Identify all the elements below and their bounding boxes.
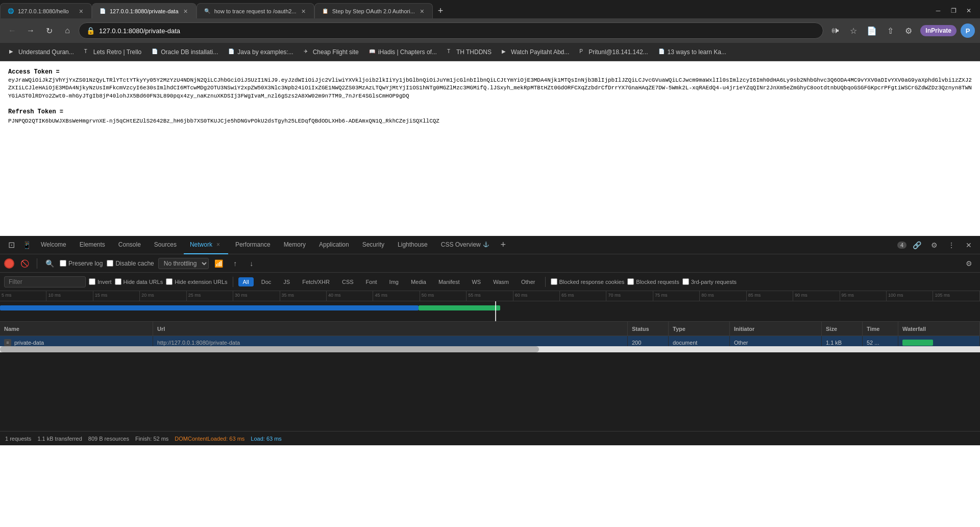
- tab-performance[interactable]: Performance: [229, 236, 277, 254]
- bookmark-understand-quran[interactable]: ▶ Understand Quran...: [5, 46, 78, 58]
- tab-welcome[interactable]: Welcome: [35, 236, 72, 254]
- tab-4-close[interactable]: ×: [418, 6, 426, 16]
- tab-2-close[interactable]: ×: [182, 6, 190, 16]
- th-size[interactable]: Size: [822, 322, 863, 336]
- invert-checkbox[interactable]: [89, 278, 95, 285]
- clear-button[interactable]: 🚫: [18, 257, 31, 270]
- throttle-select[interactable]: No throttling Slow 3G Fast 3G Offline: [158, 258, 209, 269]
- tab-memory[interactable]: Memory: [278, 236, 312, 254]
- invert-label[interactable]: Invert: [89, 278, 112, 285]
- bookmark-oracle[interactable]: 📄 Oracle DB installati...: [148, 46, 222, 58]
- third-party-label[interactable]: 3rd-party requests: [682, 278, 737, 285]
- share-button[interactable]: ⇧: [883, 23, 898, 38]
- th-url[interactable]: Url: [153, 322, 628, 336]
- filter-css[interactable]: CSS: [337, 277, 358, 286]
- hide-extension-urls-checkbox[interactable]: [166, 278, 173, 285]
- restore-button[interactable]: ❐: [946, 4, 961, 18]
- tab-console[interactable]: Console: [112, 236, 147, 254]
- preserve-log-label[interactable]: Preserve log: [60, 260, 103, 267]
- filter-all[interactable]: All: [238, 277, 254, 286]
- new-tab-button[interactable]: +: [433, 3, 448, 18]
- home-button[interactable]: ⌂: [60, 23, 75, 38]
- tab-network[interactable]: Network ×: [184, 236, 228, 254]
- devtools-device-button[interactable]: 📱: [19, 238, 34, 252]
- filter-img[interactable]: Img: [385, 277, 403, 286]
- third-party-checkbox[interactable]: [682, 278, 689, 285]
- record-button[interactable]: [4, 258, 14, 269]
- preserve-log-checkbox[interactable]: [60, 260, 66, 267]
- tab-security[interactable]: Security: [356, 236, 390, 254]
- filter-manifest[interactable]: Manifest: [434, 277, 464, 286]
- bookmark-thddns[interactable]: T TH THDDNS: [443, 46, 496, 58]
- hide-data-urls-checkbox[interactable]: [115, 278, 121, 285]
- devtools-more-button[interactable]: ⋮: [944, 238, 959, 252]
- filter-font[interactable]: Font: [361, 277, 382, 286]
- filter-button[interactable]: 🔍: [43, 257, 56, 270]
- bookmark-other-bookmarks[interactable]: 📄 13 ways to learn Ka...: [654, 46, 730, 58]
- bookmark-watch-payitaht[interactable]: ▶ Watch Payitaht Abd...: [498, 46, 573, 58]
- blocked-cookies-label[interactable]: Blocked response cookies: [551, 278, 625, 285]
- disable-cache-checkbox[interactable]: [107, 260, 113, 267]
- collections-button[interactable]: 📄: [864, 23, 879, 38]
- tab-network-close[interactable]: ×: [214, 240, 222, 249]
- tab-elements[interactable]: Elements: [74, 236, 111, 254]
- tab-lighthouse[interactable]: Lighthouse: [391, 236, 434, 254]
- wifi-icon[interactable]: 📶: [213, 257, 225, 270]
- th-type[interactable]: Type: [669, 322, 730, 336]
- filter-wasm[interactable]: Wasm: [488, 277, 513, 286]
- read-aloud-button[interactable]: 🕪: [827, 23, 843, 38]
- tab-css-overview[interactable]: CSS Overview ⚓: [435, 236, 495, 254]
- minimize-button[interactable]: ─: [931, 4, 945, 18]
- network-settings-button[interactable]: ⚙: [962, 256, 976, 271]
- export-har-button[interactable]: ↓: [246, 257, 258, 270]
- th-waterfall[interactable]: Waterfall: [898, 322, 980, 336]
- th-name[interactable]: Name: [0, 322, 153, 336]
- bookmark-cheap-flight[interactable]: ✈ Cheap Flight site: [300, 46, 363, 58]
- tab-2[interactable]: 📄 127.0.0.1:8080/private-data ×: [92, 3, 197, 18]
- tab-sources[interactable]: Sources: [148, 236, 183, 254]
- tab-1-close[interactable]: ×: [77, 6, 85, 16]
- filter-other[interactable]: Other: [517, 277, 540, 286]
- filter-media[interactable]: Media: [406, 277, 431, 286]
- filter-js[interactable]: JS: [279, 277, 295, 286]
- devtools-close-button[interactable]: ✕: [962, 238, 976, 252]
- bookmark-java[interactable]: 📄 Java by examples:...: [224, 46, 297, 58]
- profile-avatar[interactable]: P: [961, 23, 975, 38]
- add-panel-button[interactable]: +: [496, 238, 510, 252]
- tab-1[interactable]: 🌐 127.0.0.1:8080/hello ×: [0, 3, 92, 18]
- close-button[interactable]: ✕: [962, 4, 976, 18]
- disable-cache-label[interactable]: Disable cache: [107, 260, 154, 267]
- bookmark-lets-retro[interactable]: T Lets Retro | Trello: [80, 46, 146, 58]
- devtools-inspect-button[interactable]: ⊡: [4, 238, 18, 252]
- settings-button[interactable]: ⚙: [901, 23, 916, 38]
- blocked-cookies-checkbox[interactable]: [551, 278, 557, 285]
- filter-input[interactable]: [4, 276, 86, 288]
- filter-fetchxhr[interactable]: Fetch/XHR: [298, 277, 334, 286]
- resources-size: 809 B resources: [88, 436, 129, 442]
- refresh-button[interactable]: ↻: [42, 23, 56, 38]
- filter-ws[interactable]: WS: [467, 277, 485, 286]
- blocked-requests-checkbox[interactable]: [627, 278, 634, 285]
- devtools-settings-button[interactable]: ⚙: [927, 238, 941, 252]
- hide-extension-urls-label[interactable]: Hide extension URLs: [166, 278, 227, 285]
- th-status[interactable]: Status: [628, 322, 669, 336]
- hide-data-urls-label[interactable]: Hide data URLs: [115, 278, 163, 285]
- bookmark-pritunl[interactable]: P Pritunl@18.141.142...: [575, 46, 652, 58]
- import-har-button[interactable]: ↑: [229, 257, 241, 270]
- tab-4[interactable]: 📋 Step by Step OAuth 2.0 Authori... ×: [314, 3, 433, 18]
- forward-button[interactable]: →: [23, 23, 38, 38]
- bookmark-ihadis[interactable]: 📖 iHadis | Chapters of...: [365, 46, 441, 58]
- th-time[interactable]: Time: [863, 322, 898, 336]
- tab-bar: 🌐 127.0.0.1:8080/hello × 📄 127.0.0.1:808…: [0, 0, 980, 18]
- filter-doc[interactable]: Doc: [257, 277, 276, 286]
- tab-3-close[interactable]: ×: [300, 6, 308, 16]
- bookmark-label-10: 13 ways to learn Ka...: [668, 49, 726, 56]
- back-button[interactable]: ←: [5, 23, 19, 38]
- url-bar[interactable]: 🔒 127.0.0.1:8080/private-data: [79, 22, 823, 39]
- favorites-button[interactable]: ☆: [846, 23, 861, 38]
- th-initiator[interactable]: Initiator: [730, 322, 822, 336]
- tab-3[interactable]: 🔍 how to trace request to /oauth2... ×: [197, 3, 314, 18]
- customize-network-button[interactable]: 🔗: [910, 238, 924, 252]
- blocked-requests-label[interactable]: Blocked requests: [627, 278, 679, 285]
- tab-application[interactable]: Application: [313, 236, 355, 254]
